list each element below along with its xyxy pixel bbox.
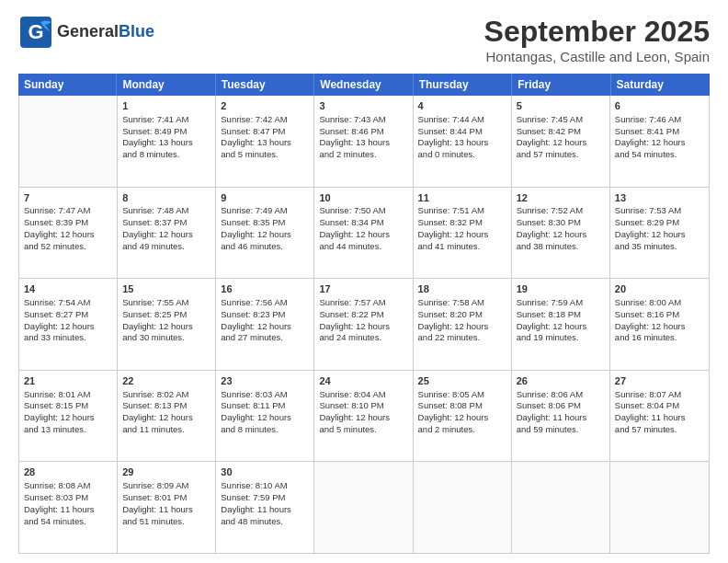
day-number: 24 <box>319 374 407 388</box>
weekday-friday: Friday <box>512 74 610 96</box>
day-number: 25 <box>418 374 506 388</box>
day-info-line: Sunrise: 8:00 AM <box>615 297 704 309</box>
day-info-line: Sunrise: 8:08 AM <box>24 480 112 492</box>
day-info-line: Sunset: 8:03 PM <box>24 492 112 504</box>
svg-text:G: G <box>28 20 43 43</box>
day-info-line: Daylight: 11 hours <box>517 412 605 424</box>
day-info-line: Sunset: 8:37 PM <box>122 217 210 229</box>
cal-cell-r2c0: 14Sunrise: 7:54 AMSunset: 8:27 PMDayligh… <box>19 279 118 370</box>
cal-cell-r1c3: 10Sunrise: 7:50 AMSunset: 8:34 PMDayligh… <box>314 188 413 279</box>
cal-cell-r4c0: 28Sunrise: 8:08 AMSunset: 8:03 PMDayligh… <box>19 462 118 553</box>
day-info-line: and 24 minutes. <box>319 332 407 344</box>
day-info-line: and 51 minutes. <box>122 516 210 528</box>
day-info-line: Sunset: 8:04 PM <box>615 400 704 412</box>
day-info-line: Sunset: 8:15 PM <box>24 400 112 412</box>
day-info-line: and 22 minutes. <box>418 332 506 344</box>
day-info-line: Daylight: 12 hours <box>319 412 407 424</box>
day-info-line: Daylight: 12 hours <box>517 321 605 333</box>
day-info-line: and 59 minutes. <box>517 424 605 436</box>
cal-cell-r0c4: 4Sunrise: 7:44 AMSunset: 8:44 PMDaylight… <box>414 96 512 187</box>
cal-cell-r1c0: 7Sunrise: 7:47 AMSunset: 8:39 PMDaylight… <box>19 188 118 279</box>
day-info-line: and 41 minutes. <box>418 241 506 253</box>
day-info-line: Daylight: 12 hours <box>221 321 309 333</box>
cal-row-0: 1Sunrise: 7:41 AMSunset: 8:49 PMDaylight… <box>19 96 709 188</box>
cal-cell-r4c1: 29Sunrise: 8:09 AMSunset: 8:01 PMDayligh… <box>118 462 216 553</box>
day-info-line: Daylight: 13 hours <box>319 137 407 149</box>
day-info-line: Sunset: 8:22 PM <box>319 309 407 321</box>
day-info-line: Sunset: 8:42 PM <box>517 126 605 138</box>
day-info-line: and 19 minutes. <box>517 332 605 344</box>
cal-cell-r3c2: 23Sunrise: 8:03 AMSunset: 8:11 PMDayligh… <box>216 371 314 462</box>
day-number: 22 <box>122 374 210 388</box>
cal-cell-r2c4: 18Sunrise: 7:58 AMSunset: 8:20 PMDayligh… <box>414 279 512 370</box>
day-info-line: Sunrise: 7:55 AM <box>122 297 210 309</box>
day-number: 2 <box>221 99 309 113</box>
day-number: 5 <box>517 99 605 113</box>
page: G GeneralBlue September 2025 Hontangas, … <box>0 0 728 563</box>
day-number: 18 <box>418 282 506 296</box>
day-info-line: and 44 minutes. <box>319 241 407 253</box>
day-info-line: and 5 minutes. <box>319 424 407 436</box>
day-info-line: Sunset: 8:20 PM <box>418 309 506 321</box>
day-number: 23 <box>221 374 309 388</box>
day-info-line: and 16 minutes. <box>615 332 704 344</box>
cal-row-3: 21Sunrise: 8:01 AMSunset: 8:15 PMDayligh… <box>19 371 709 463</box>
cal-cell-r0c0 <box>19 96 118 187</box>
day-info-line: Sunrise: 8:03 AM <box>221 389 309 401</box>
day-info-line: Daylight: 12 hours <box>615 229 704 241</box>
day-info-line: and 33 minutes. <box>24 332 112 344</box>
day-number: 12 <box>517 191 605 205</box>
day-info-line: Daylight: 12 hours <box>24 412 112 424</box>
day-info-line: Daylight: 12 hours <box>319 229 407 241</box>
day-info-line: Sunrise: 8:10 AM <box>221 480 309 492</box>
weekday-wednesday: Wednesday <box>314 74 413 96</box>
day-info-line: and 11 minutes. <box>122 424 210 436</box>
logo: G GeneralBlue <box>18 15 154 50</box>
day-info-line: Daylight: 13 hours <box>418 137 506 149</box>
day-number: 15 <box>122 282 210 296</box>
day-info-line: Daylight: 12 hours <box>517 229 605 241</box>
day-info-line: and 2 minutes. <box>319 149 407 161</box>
day-number: 7 <box>24 191 112 205</box>
day-info-line: Daylight: 12 hours <box>24 321 112 333</box>
day-info-line: Sunrise: 7:59 AM <box>517 297 605 309</box>
weekday-sunday: Sunday <box>18 74 117 96</box>
day-info-line: Sunrise: 7:57 AM <box>319 297 407 309</box>
day-info-line: and 5 minutes. <box>221 149 309 161</box>
cal-row-4: 28Sunrise: 8:08 AMSunset: 8:03 PMDayligh… <box>19 462 709 553</box>
day-number: 6 <box>615 99 704 113</box>
day-number: 9 <box>221 191 309 205</box>
day-number: 10 <box>319 191 407 205</box>
cal-cell-r3c6: 27Sunrise: 8:07 AMSunset: 8:04 PMDayligh… <box>610 371 709 462</box>
day-number: 1 <box>122 99 210 113</box>
day-number: 30 <box>221 465 309 479</box>
cal-cell-r1c1: 8Sunrise: 7:48 AMSunset: 8:37 PMDaylight… <box>118 188 216 279</box>
day-info-line: Sunset: 8:30 PM <box>517 217 605 229</box>
day-info-line: and 8 minutes. <box>122 149 210 161</box>
weekday-thursday: Thursday <box>414 74 512 96</box>
day-info-line: Sunset: 8:46 PM <box>319 126 407 138</box>
cal-cell-r1c5: 12Sunrise: 7:52 AMSunset: 8:30 PMDayligh… <box>512 188 610 279</box>
day-info-line: Sunrise: 8:09 AM <box>122 480 210 492</box>
cal-cell-r1c6: 13Sunrise: 7:53 AMSunset: 8:29 PMDayligh… <box>610 188 709 279</box>
day-info-line: and 35 minutes. <box>615 241 704 253</box>
cal-cell-r0c3: 3Sunrise: 7:43 AMSunset: 8:46 PMDaylight… <box>314 96 413 187</box>
day-number: 29 <box>122 465 210 479</box>
day-info-line: Sunset: 8:32 PM <box>418 217 506 229</box>
logo-icon: G <box>18 15 53 50</box>
day-info-line: Sunset: 8:18 PM <box>517 309 605 321</box>
logo-blue: Blue <box>119 22 154 40</box>
cal-cell-r3c1: 22Sunrise: 8:02 AMSunset: 8:13 PMDayligh… <box>118 371 216 462</box>
day-info-line: Sunrise: 7:48 AM <box>122 205 210 217</box>
day-info-line: Sunrise: 7:58 AM <box>418 297 506 309</box>
calendar-header: Sunday Monday Tuesday Wednesday Thursday… <box>18 74 710 96</box>
day-info-line: Sunrise: 8:04 AM <box>319 389 407 401</box>
day-info-line: and 30 minutes. <box>122 332 210 344</box>
weekday-saturday: Saturday <box>611 74 710 96</box>
weekday-tuesday: Tuesday <box>216 74 314 96</box>
day-info-line: Sunset: 7:59 PM <box>221 492 309 504</box>
page-subtitle: Hontangas, Castille and Leon, Spain <box>484 49 710 64</box>
day-number: 16 <box>221 282 309 296</box>
cal-cell-r4c3 <box>314 462 413 553</box>
day-info-line: Daylight: 12 hours <box>122 229 210 241</box>
